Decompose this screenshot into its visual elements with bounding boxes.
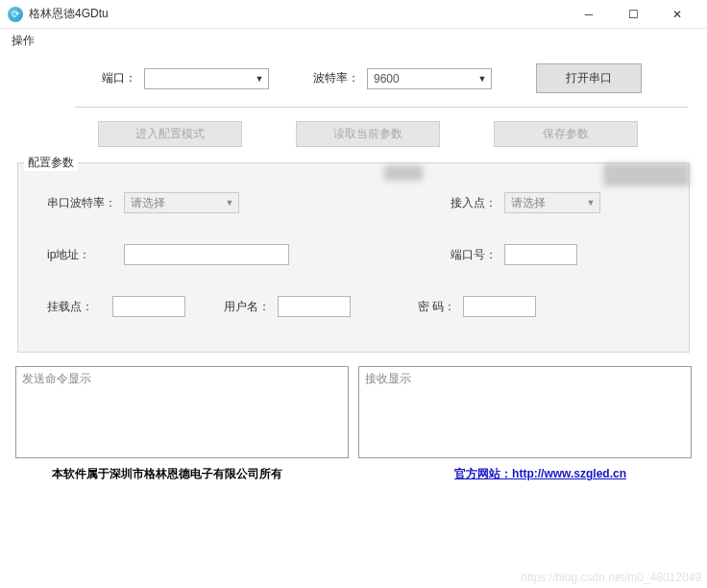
- blur-overlay: [603, 163, 690, 186]
- watermark: https://blog.csdn.net/m0_48012049: [522, 571, 701, 584]
- baud-label: 波特率：: [313, 70, 359, 86]
- menu-operation[interactable]: 操作: [8, 31, 38, 51]
- enter-config-button[interactable]: 进入配置模式: [98, 121, 242, 147]
- maximize-button[interactable]: ☐: [611, 0, 655, 29]
- send-log-placeholder: 发送命令显示: [22, 372, 91, 385]
- window-title: 格林恩德4GDtu: [29, 6, 109, 22]
- baud-value: 9600: [374, 72, 400, 86]
- serial-baud-label: 串口波特率：: [47, 195, 116, 211]
- apn-value: 请选择: [511, 195, 546, 211]
- pwd-label: 密 码：: [418, 299, 455, 315]
- recv-log[interactable]: 接收显示: [358, 366, 692, 458]
- divider: [75, 107, 688, 108]
- portnum-label: 端口号：: [451, 247, 497, 263]
- mount-input[interactable]: [112, 296, 185, 317]
- menubar: 操作: [0, 29, 707, 52]
- serial-baud-select[interactable]: 请选择 ▼: [124, 192, 239, 213]
- chevron-down-icon: ▼: [251, 69, 268, 88]
- port-label: 端口：: [102, 70, 136, 86]
- chevron-down-icon: ▼: [221, 193, 238, 212]
- user-input[interactable]: [278, 296, 351, 317]
- open-serial-button[interactable]: 打开串口: [536, 63, 642, 93]
- mount-label: 挂载点：: [47, 299, 105, 315]
- chevron-down-icon: ▼: [474, 69, 491, 88]
- minimize-button[interactable]: ─: [567, 0, 611, 29]
- ip-input[interactable]: [124, 244, 289, 265]
- groupbox-legend: 配置参数: [24, 155, 78, 171]
- action-row: 进入配置模式 读取当前参数 保存参数: [15, 121, 692, 162]
- apn-label: 接入点：: [451, 195, 497, 211]
- apn-select[interactable]: 请选择 ▼: [504, 192, 600, 213]
- toolbar-row: 端口： ▼ 波特率： 9600 ▼ 打开串口: [15, 60, 692, 107]
- close-button[interactable]: ✕: [655, 0, 699, 29]
- save-params-button[interactable]: 保存参数: [494, 121, 638, 147]
- titlebar: 格林恩德4GDtu ─ ☐ ✕: [0, 0, 707, 29]
- log-row: 发送命令显示 接收显示: [15, 366, 692, 458]
- ip-label: ip地址：: [47, 247, 116, 263]
- blur-overlay: [384, 165, 423, 181]
- read-params-button[interactable]: 读取当前参数: [296, 121, 440, 147]
- app-logo-icon: [8, 7, 23, 22]
- copyright-text: 本软件属于深圳市格林恩德电子有限公司所有: [23, 466, 454, 482]
- official-site-link[interactable]: 官方网站：http://www.szgled.cn: [454, 466, 684, 482]
- baud-select[interactable]: 9600 ▼: [367, 68, 492, 89]
- portnum-input[interactable]: [504, 244, 577, 265]
- chevron-down-icon: ▼: [582, 193, 599, 212]
- send-log[interactable]: 发送命令显示: [15, 366, 349, 458]
- recv-log-placeholder: 接收显示: [365, 372, 411, 385]
- footer: 本软件属于深圳市格林恩德电子有限公司所有 官方网站：http://www.szg…: [15, 466, 692, 482]
- serial-baud-value: 请选择: [131, 195, 165, 211]
- user-label: 用户名：: [224, 299, 270, 315]
- config-groupbox: 配置参数 串口波特率： 请选择 ▼ 接入点： 请选择 ▼ ip地址：: [17, 162, 690, 353]
- port-select[interactable]: ▼: [144, 68, 269, 89]
- pwd-input[interactable]: [463, 296, 536, 317]
